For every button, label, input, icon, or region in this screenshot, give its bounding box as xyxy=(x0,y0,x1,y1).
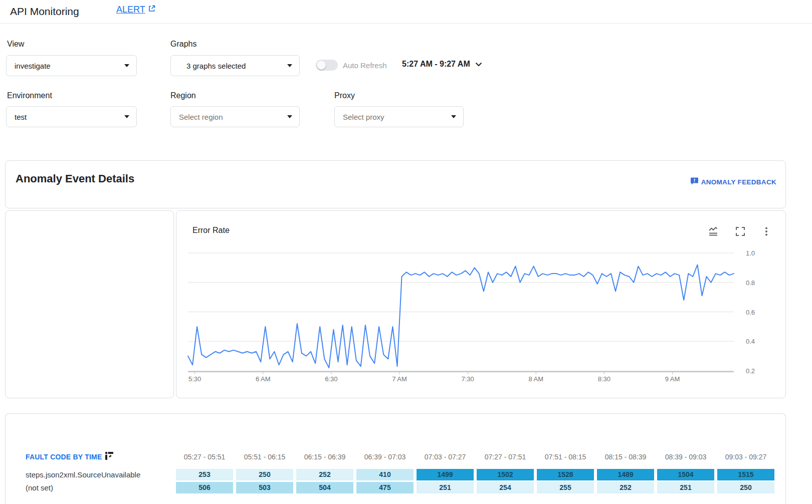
region-dropdown[interactable]: Select region xyxy=(170,106,300,127)
region-dropdown-placeholder: Select region xyxy=(179,113,223,121)
time-bucket-header: 08:39 - 09:03 xyxy=(657,453,714,461)
filled-triangle-down-icon xyxy=(287,115,292,118)
error-rate-chart-card: Error Rate 1.00.80.60.40.25:306 AM6:307 … xyxy=(176,210,786,398)
fault-table-title: FAULT CODE BY TIME xyxy=(26,453,102,461)
announcement-bubble-icon xyxy=(690,177,699,187)
graphs-dropdown-value: 3 graphs selected xyxy=(186,62,246,70)
proxy-dropdown-placeholder: Select proxy xyxy=(343,113,384,121)
graphs-dropdown[interactable]: 3 graphs selected xyxy=(170,55,300,76)
heat-cell[interactable]: 255 xyxy=(537,482,594,493)
alert-link-label: ALERT xyxy=(116,5,145,15)
fault-code-label: (not set) xyxy=(26,483,176,492)
auto-refresh-toggle[interactable] xyxy=(316,60,338,71)
chevron-down-icon xyxy=(475,60,482,69)
x-tick-label: 7 AM xyxy=(392,375,407,383)
x-tick-label: 6:30 xyxy=(325,375,337,383)
x-tick-label: 5:30 xyxy=(188,375,201,383)
heat-cell[interactable]: 251 xyxy=(657,482,714,493)
fault-code-label: steps.json2xml.SourceUnavailable xyxy=(26,470,176,479)
y-tick-label: 0.2 xyxy=(746,367,755,375)
proxy-dropdown[interactable]: Select proxy xyxy=(334,106,464,127)
heat-cell[interactable]: 475 xyxy=(356,482,414,493)
time-range-picker[interactable]: 5:27 AM - 9:27 AM xyxy=(402,60,482,69)
heat-cell[interactable]: 1489 xyxy=(597,469,654,480)
heat-cell[interactable]: 1515 xyxy=(717,469,774,480)
filled-triangle-down-icon xyxy=(124,115,129,118)
time-bucket-header: 05:51 - 06:15 xyxy=(236,453,293,461)
heat-cell[interactable]: 506 xyxy=(176,482,233,493)
anomaly-feedback-link[interactable]: ANOMALY FEEDBACK xyxy=(690,177,776,187)
fault-table-header-row: FAULT CODE BY TIME 05:27 - 05:5105:51 - … xyxy=(26,452,774,461)
graphs-label: Graphs xyxy=(170,40,196,49)
heat-cell[interactable]: 254 xyxy=(477,482,534,493)
environment-label: Environment xyxy=(7,91,52,100)
x-tick-label: 8 AM xyxy=(528,375,543,383)
anomaly-event-details-card: Anomaly Event Details ANOMALY FEEDBACK xyxy=(5,160,786,208)
time-bucket-headers: 05:27 - 05:5105:51 - 06:1506:15 - 06:390… xyxy=(176,453,774,461)
proxy-label: Proxy xyxy=(334,91,355,100)
time-bucket-header: 06:39 - 07:03 xyxy=(356,453,414,461)
app-header: API Monitoring ALERT xyxy=(0,0,812,24)
x-tick-label: 7:30 xyxy=(461,375,474,383)
heat-cell[interactable]: 251 xyxy=(417,482,474,493)
heat-cell[interactable]: 1504 xyxy=(657,469,714,480)
view-label: View xyxy=(7,40,24,49)
filled-triangle-down-icon xyxy=(287,64,292,67)
environment-dropdown[interactable]: test xyxy=(6,106,137,127)
time-bucket-header: 08:15 - 08:39 xyxy=(597,453,654,461)
time-bucket-header: 07:27 - 07:51 xyxy=(477,453,534,461)
heat-cell[interactable]: 253 xyxy=(176,469,233,480)
y-tick-label: 0.6 xyxy=(746,309,755,316)
page-title: API Monitoring xyxy=(10,6,79,18)
anomaly-side-panel xyxy=(5,210,174,398)
fault-code-table-card: FAULT CODE BY TIME 05:27 - 05:5105:51 - … xyxy=(5,413,786,504)
time-bucket-header: 07:03 - 07:27 xyxy=(417,453,474,461)
anomaly-feedback-label: ANOMALY FEEDBACK xyxy=(701,178,776,186)
heat-cell[interactable]: 250 xyxy=(236,469,293,480)
x-tick-label: 6 AM xyxy=(256,375,271,383)
toggle-knob xyxy=(317,61,326,70)
heat-cell[interactable]: 1502 xyxy=(477,469,534,480)
filled-triangle-down-icon xyxy=(124,64,129,67)
anomaly-section-title: Anomaly Event Details xyxy=(16,172,134,185)
environment-dropdown-value: test xyxy=(15,113,27,121)
heat-cell[interactable]: 1499 xyxy=(417,469,474,480)
heat-cell[interactable]: 252 xyxy=(597,482,654,493)
error-rate-line xyxy=(188,265,734,368)
table-row: (not set)506503504475251254255252251250 xyxy=(26,482,774,493)
view-dropdown[interactable]: investigate xyxy=(6,55,137,76)
error-rate-chart: 1.00.80.60.40.25:306 AM6:307 AM7:308 AM8… xyxy=(176,211,786,399)
fault-table-body: steps.json2xml.SourceUnavailable25325025… xyxy=(26,469,774,495)
y-tick-label: 0.4 xyxy=(746,338,755,345)
time-bucket-header: 06:15 - 06:39 xyxy=(296,453,353,461)
x-tick-label: 8:30 xyxy=(598,375,611,383)
auto-refresh-label: Auto Refresh xyxy=(343,61,387,70)
api-monitoring-page: API Monitoring ALERT View investigate Gr… xyxy=(0,0,812,504)
open-in-new-icon xyxy=(148,5,156,15)
heat-cell[interactable]: 252 xyxy=(296,469,353,480)
filled-triangle-down-icon xyxy=(451,115,456,118)
heat-cell[interactable]: 250 xyxy=(717,482,774,493)
time-range-value: 5:27 AM - 9:27 AM xyxy=(402,60,470,69)
fault-code-by-time-link[interactable]: FAULT CODE BY TIME xyxy=(26,452,176,461)
heat-cell[interactable]: 504 xyxy=(296,482,353,493)
time-bucket-header: 05:27 - 05:51 xyxy=(176,453,233,461)
alert-nav-link[interactable]: ALERT xyxy=(116,5,156,15)
heat-cell[interactable]: 503 xyxy=(236,482,293,493)
heat-cell[interactable]: 1528 xyxy=(537,469,594,480)
y-tick-label: 1.0 xyxy=(746,249,755,257)
time-bucket-header: 09:03 - 09:27 xyxy=(717,453,774,461)
time-bucket-header: 07:51 - 08:15 xyxy=(537,453,594,461)
view-dropdown-value: investigate xyxy=(15,62,51,70)
heat-cell[interactable]: 410 xyxy=(356,469,414,480)
table-row: steps.json2xml.SourceUnavailable25325025… xyxy=(26,469,774,480)
y-tick-label: 0.8 xyxy=(746,279,755,287)
pivot-table-icon xyxy=(105,452,113,461)
region-label: Region xyxy=(170,91,196,100)
x-tick-label: 9 AM xyxy=(665,375,680,383)
